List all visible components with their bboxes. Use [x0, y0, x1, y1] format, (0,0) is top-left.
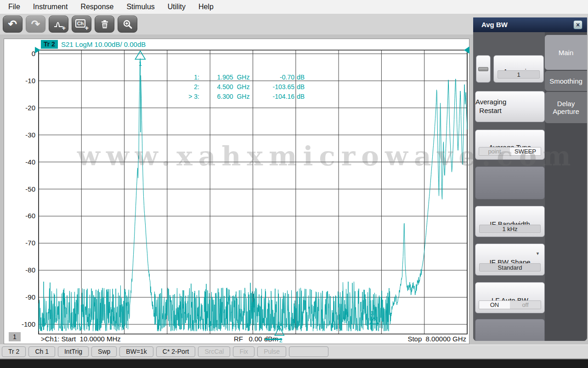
empty-slot-2 — [475, 319, 545, 341]
svg-text:3: 3 — [371, 310, 374, 317]
plot-window: Tr 2 S21 LogM 10.00dB/ 0.00dB 0-10-20-30… — [4, 39, 469, 344]
close-icon: × — [576, 21, 580, 28]
if-bw-shape-button[interactable]: IF BW Shape ▼ Standard — [475, 243, 545, 276]
averaging-restart-button[interactable]: Averaging Restart — [475, 91, 545, 122]
status-bar: Tr 2Ch 1IntTrigSwpBW=1kC* 2-PortSrcCalFi… — [0, 345, 588, 358]
option-sweep[interactable]: SWEEP — [510, 147, 541, 155]
add-channel-button[interactable]: Ch+ — [72, 16, 91, 33]
status-bw-1k[interactable]: BW=1k — [119, 346, 153, 357]
status-pulse[interactable]: Pulse — [257, 346, 286, 357]
undo-button[interactable]: ↶ — [3, 16, 23, 33]
menu-item-help[interactable]: Help — [192, 0, 220, 14]
caret-down-icon: ▼ — [536, 251, 540, 256]
channel-icon: Ch — [75, 19, 86, 28]
menu-bar: FileInstrumentResponseStimulusUtilityHel… — [0, 0, 588, 14]
if-bandwidth-value-field[interactable]: 1 kHz — [479, 225, 541, 233]
option-point[interactable]: point — [479, 147, 510, 155]
panel-title: Avg BW — [481, 21, 508, 28]
status-empty[interactable] — [289, 346, 328, 357]
menu-item-file[interactable]: File — [2, 0, 27, 14]
menu-item-utility[interactable]: Utility — [161, 0, 192, 14]
status-fix[interactable]: Fix — [233, 346, 254, 357]
redo-button[interactable]: ↷ — [26, 16, 45, 33]
panel-title-bar: Avg BW × — [473, 17, 587, 32]
if-bandwidth-button[interactable]: IF Bandwidth 1 kHz — [475, 206, 545, 237]
averaging-button[interactable]: Averaging 1 — [493, 55, 544, 83]
avg-bw-panel: Avg BW × Averaging 1 Averaging Restart A… — [473, 17, 587, 341]
lf-auto-bw-button[interactable]: LF Auto BW ONoff — [475, 282, 545, 313]
tab-delay-aperture[interactable]: Delay Aperture — [545, 92, 587, 123]
panel-body: Averaging 1 Averaging Restart Average Ty… — [473, 32, 587, 341]
status-srccal[interactable]: SrcCal — [198, 346, 230, 357]
if-bw-shape-value-field[interactable]: Standard — [479, 263, 541, 272]
bottom-strip — [0, 358, 588, 368]
average-type-segmented: pointSWEEP — [479, 147, 541, 156]
plus-icon: + — [62, 24, 66, 32]
close-button[interactable]: × — [573, 20, 582, 29]
panel-tabs: MainSmoothingDelay Aperture — [545, 32, 587, 341]
toggle-led-icon — [478, 67, 488, 71]
tab-smoothing[interactable]: Smoothing — [545, 71, 587, 91]
status-ch-1[interactable]: Ch 1 — [28, 346, 55, 357]
status-c-2-port[interactable]: C* 2-Port — [156, 346, 196, 357]
status-inttrig[interactable]: IntTrig — [58, 346, 89, 357]
lf-auto-bw-segmented: ONoff — [479, 300, 541, 309]
add-trace-button[interactable]: + — [49, 16, 68, 33]
menu-item-instrument[interactable]: Instrument — [27, 0, 74, 14]
option-on[interactable]: ON — [479, 301, 510, 309]
svg-text:1: 1 — [139, 60, 142, 67]
menu-item-response[interactable]: Response — [74, 0, 120, 14]
menu-item-stimulus[interactable]: Stimulus — [120, 0, 161, 14]
svg-text:2: 2 — [279, 337, 283, 344]
plus-icon: + — [85, 24, 89, 32]
vna-application: FileInstrumentResponseStimulusUtilityHel… — [0, 0, 588, 368]
undo-icon: ↶ — [8, 19, 17, 29]
zoom-in-icon — [122, 19, 133, 30]
empty-slot-1 — [475, 166, 545, 199]
status-tr-2[interactable]: Tr 2 — [2, 346, 26, 357]
averaging-value-field[interactable]: 1 — [498, 70, 540, 79]
delete-button[interactable] — [95, 16, 114, 33]
tab-main[interactable]: Main — [545, 35, 587, 70]
status-swp[interactable]: Swp — [91, 346, 117, 357]
plot-area[interactable]: 123 — [4, 39, 470, 345]
average-type-button[interactable]: Average Type pointSWEEP — [475, 130, 545, 160]
redo-icon: ↷ — [31, 19, 40, 29]
trash-icon — [100, 19, 110, 29]
zoom-in-button[interactable] — [118, 16, 137, 33]
averaging-toggle-button[interactable] — [476, 55, 491, 83]
option-off[interactable]: off — [510, 301, 541, 309]
averaging-restart-label: Averaging Restart — [475, 98, 505, 115]
